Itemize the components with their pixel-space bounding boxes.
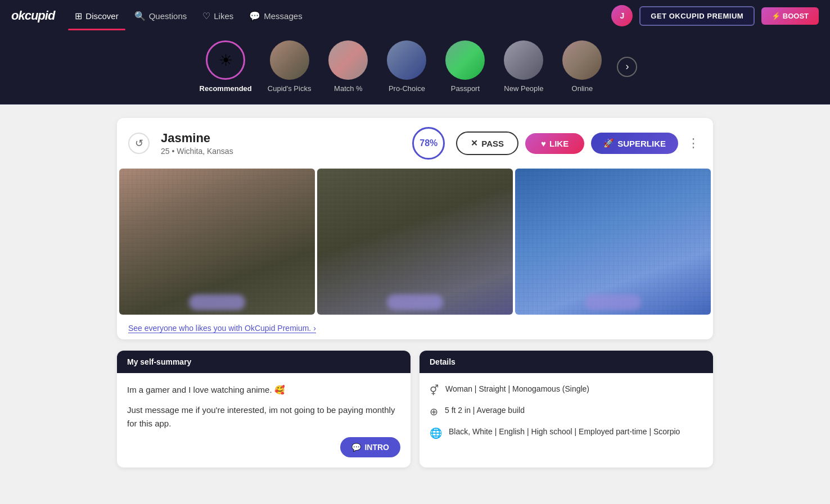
- profile-card: ↺ Jasmine 25 • Wichita, Kansas 78% ✕ PAS…: [117, 118, 713, 339]
- premium-cta-text: See everyone who likes you with OkCupid …: [128, 324, 316, 333]
- navbar: okcupid ⊞ Discover 🔍 Questions ♡ Likes 💬…: [0, 0, 830, 31]
- photos-grid: [117, 169, 713, 317]
- logo: okcupid: [11, 8, 55, 23]
- pass-label: PASS: [481, 139, 504, 148]
- bottom-grid: My self-summary Im a gamer and I love wa…: [117, 351, 713, 467]
- category-item-passport[interactable]: Passport: [437, 38, 493, 95]
- profile-name: Jasmine: [161, 131, 401, 146]
- action-buttons: ✕ PASS ♥ LIKE 🚀 SUPERLIKE ⋮: [456, 131, 702, 155]
- more-button[interactable]: ⋮: [685, 136, 702, 151]
- nav-right: J GET OKCUPID PREMIUM ⚡ BOOST: [611, 5, 819, 26]
- nav-label-likes: Likes: [214, 11, 233, 21]
- detail-row-background: 🌐 Black, White | English | High school |…: [430, 426, 703, 439]
- category-label-new-people: New People: [504, 84, 543, 93]
- photo-1-blur: [189, 294, 245, 310]
- category-bar: ☀ Recommended Cupid's Picks Match % Pro-…: [0, 31, 830, 105]
- detail-row-gender: ⚥ Woman | Straight | Monogamous (Single): [430, 383, 703, 397]
- like-label: LIKE: [549, 139, 569, 148]
- photo-3-overlay: [515, 169, 711, 315]
- nav-item-messages[interactable]: 💬 Messages: [242, 6, 309, 26]
- category-item-online[interactable]: Online: [554, 38, 610, 95]
- nav-label-discover: Discover: [85, 11, 118, 21]
- category-label-online: Online: [572, 84, 593, 93]
- passport-thumb: [445, 40, 485, 80]
- detail-text-background: Black, White | English | High school | E…: [449, 426, 680, 438]
- detail-text-gender: Woman | Straight | Monogamous (Single): [445, 383, 589, 395]
- category-item-cupids-picks[interactable]: Cupid's Picks: [261, 38, 318, 95]
- detail-row-height: ⊕ 5 ft 2 in | Average build: [430, 405, 703, 418]
- category-label-passport: Passport: [451, 84, 480, 93]
- category-label-pro-choice: Pro-Choice: [389, 84, 425, 93]
- nav-label-questions: Questions: [149, 11, 187, 21]
- recommended-thumb: ☀: [206, 40, 245, 80]
- online-thumb: [562, 40, 602, 80]
- undo-button[interactable]: ↺: [128, 133, 150, 154]
- superlike-button[interactable]: 🚀 SUPERLIKE: [591, 133, 678, 154]
- questions-icon: 🔍: [134, 11, 146, 21]
- profile-info: Jasmine 25 • Wichita, Kansas: [161, 131, 401, 156]
- main-content: ↺ Jasmine 25 • Wichita, Kansas 78% ✕ PAS…: [106, 118, 724, 467]
- detail-text-height: 5 ft 2 in | Average build: [445, 405, 525, 416]
- photo-2[interactable]: [317, 169, 513, 315]
- gender-icon: ⚥: [430, 384, 439, 397]
- category-label-recommended: Recommended: [200, 84, 252, 93]
- profile-header: ↺ Jasmine 25 • Wichita, Kansas 78% ✕ PAS…: [117, 118, 713, 169]
- profile-age-location: 25 • Wichita, Kansas: [161, 147, 401, 156]
- photo-1[interactable]: [119, 169, 315, 315]
- nav-item-likes[interactable]: ♡ Likes: [196, 6, 240, 26]
- match-circle: 78%: [412, 127, 445, 160]
- category-next-button[interactable]: ›: [617, 57, 637, 77]
- likes-icon: ♡: [202, 11, 210, 21]
- category-item-new-people[interactable]: New People: [495, 38, 552, 95]
- nav-items: ⊞ Discover 🔍 Questions ♡ Likes 💬 Message…: [68, 6, 598, 26]
- summary-text-2: Just message me if you're interested, im…: [127, 403, 400, 430]
- nav-item-questions[interactable]: 🔍 Questions: [128, 6, 194, 26]
- cupids-picks-thumb: [270, 40, 309, 80]
- profile-separator: •: [172, 147, 177, 156]
- background-icon: 🌐: [430, 427, 442, 439]
- category-items: ☀ Recommended Cupid's Picks Match % Pro-…: [193, 38, 638, 95]
- photo-3-blur: [585, 294, 641, 310]
- details-body: ⚥ Woman | Straight | Monogamous (Single)…: [419, 373, 713, 457]
- pass-icon: ✕: [471, 138, 478, 148]
- nav-label-messages: Messages: [264, 11, 302, 21]
- summary-body: Im a gamer and I love watching anime. 🥰 …: [117, 373, 411, 467]
- premium-cta[interactable]: See everyone who likes you with OkCupid …: [117, 317, 713, 339]
- like-button[interactable]: ♥ LIKE: [525, 133, 584, 154]
- chat-icon: 💬: [351, 443, 361, 452]
- boost-button[interactable]: ⚡ BOOST: [761, 7, 819, 25]
- profile-location: Wichita, Kansas: [177, 147, 233, 156]
- photo-2-blur: [387, 294, 443, 310]
- intro-label: INTRO: [364, 443, 389, 452]
- category-item-match[interactable]: Match %: [320, 38, 376, 95]
- category-label-cupids-picks: Cupid's Picks: [268, 84, 312, 93]
- pass-button[interactable]: ✕ PASS: [456, 131, 518, 155]
- category-item-recommended[interactable]: ☀ Recommended: [193, 38, 259, 95]
- summary-header: My self-summary: [117, 351, 411, 373]
- pro-choice-thumb: [387, 40, 426, 80]
- avatar[interactable]: J: [611, 5, 633, 26]
- premium-button[interactable]: GET OKCUPID PREMIUM: [639, 6, 755, 26]
- height-icon: ⊕: [430, 406, 438, 418]
- messages-icon: 💬: [249, 11, 260, 21]
- like-icon: ♥: [541, 139, 546, 148]
- nav-item-discover[interactable]: ⊞ Discover: [68, 6, 125, 26]
- summary-card: My self-summary Im a gamer and I love wa…: [117, 351, 411, 467]
- new-people-thumb: [504, 40, 543, 80]
- details-header: Details: [419, 351, 713, 373]
- profile-age: 25: [161, 147, 170, 156]
- photo-2-overlay: [317, 169, 513, 315]
- match-thumb: [328, 40, 368, 80]
- summary-text-1: Im a gamer and I love watching anime. 🥰: [127, 383, 400, 397]
- superlike-icon: 🚀: [603, 138, 614, 148]
- intro-button[interactable]: 💬 INTRO: [340, 437, 400, 457]
- superlike-label: SUPERLIKE: [617, 139, 666, 148]
- category-item-pro-choice[interactable]: Pro-Choice: [378, 38, 435, 95]
- category-label-match: Match %: [334, 84, 363, 93]
- photo-3[interactable]: [515, 169, 711, 315]
- photo-1-overlay: [119, 169, 315, 315]
- sun-icon: ☀: [219, 51, 233, 70]
- details-card: Details ⚥ Woman | Straight | Monogamous …: [419, 351, 713, 467]
- discover-icon: ⊞: [75, 11, 82, 21]
